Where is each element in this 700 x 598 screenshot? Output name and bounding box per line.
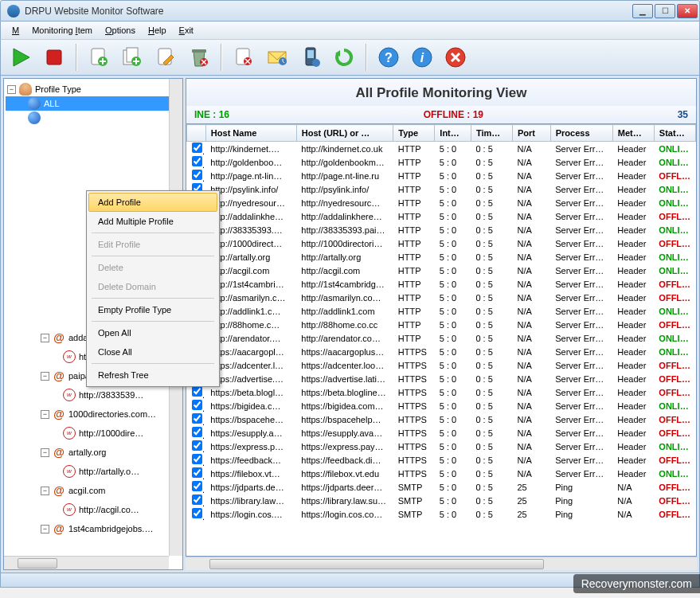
ctx-delete-domain[interactable]: Delete Domain xyxy=(88,277,217,296)
table-row[interactable]: https://beta.blogl… https://beta.bloglin… xyxy=(187,385,696,399)
row-checkbox[interactable] xyxy=(192,467,202,478)
tree-item[interactable]: whttp://3833539… xyxy=(6,385,181,405)
help-button[interactable]: ? xyxy=(373,42,404,72)
add-profile-button[interactable] xyxy=(84,42,114,72)
table-row[interactable]: https://adcenter.l… https://adcenter.loo… xyxy=(187,358,696,372)
table-row[interactable]: http://acgil.com http://acgil.com HTTP 5… xyxy=(187,264,696,277)
col-url[interactable]: Host (URL) or … xyxy=(296,125,393,142)
ctx-edit-profile[interactable]: Edit Profile xyxy=(88,235,217,254)
table-row[interactable]: https://filebox.vt… https://filebox.vt.e… xyxy=(187,467,696,480)
watermark: Recoverymonster.com xyxy=(573,574,700,593)
tree-item[interactable]: whttp://1000dire… xyxy=(6,424,181,443)
tree-item[interactable]: −@acgil.com xyxy=(6,481,181,500)
tree-item[interactable]: −@artally.org xyxy=(6,443,181,462)
table-row[interactable]: http://1st4cambri… http://1st4cambridg… … xyxy=(187,277,696,291)
table-row[interactable]: http://38335393.… http://38335393.pai… H… xyxy=(187,223,696,236)
menu-exit[interactable]: Exit xyxy=(173,23,200,37)
tree-root[interactable]: −Profile Type xyxy=(6,82,181,96)
menu-help[interactable]: Help xyxy=(142,23,173,37)
table-row[interactable]: http://1000direct… http://1000directori…… xyxy=(187,236,696,250)
col-checkbox[interactable] xyxy=(187,125,206,142)
table-row[interactable]: http://addalinkhe… http://addalinkhere… … xyxy=(187,209,696,223)
tree-item[interactable]: whttp://artally.o… xyxy=(6,462,181,481)
col-status[interactable]: Stat… xyxy=(654,125,695,142)
table-row[interactable]: https://advertise.… https://advertise.la… xyxy=(187,372,696,385)
col-timeout[interactable]: Tim… xyxy=(471,125,512,142)
row-checkbox[interactable] xyxy=(192,481,202,491)
ctx-add-profile[interactable]: Add Profile xyxy=(88,193,217,212)
table-row[interactable]: https://esupply.a… https://esupply.ava… … xyxy=(187,426,696,440)
table-row[interactable]: https://express.p… https://express.pay… … xyxy=(187,440,696,453)
refresh-button[interactable] xyxy=(329,42,359,72)
report-button[interactable] xyxy=(229,42,259,72)
row-checkbox[interactable] xyxy=(192,494,202,505)
menu-monitoring[interactable]: M xyxy=(6,23,25,37)
col-host[interactable]: Host Name xyxy=(205,125,296,142)
col-process[interactable]: Process xyxy=(550,125,612,142)
row-checkbox[interactable] xyxy=(192,400,202,410)
row-checkbox[interactable] xyxy=(192,440,202,451)
tree-item[interactable]: −@1st4cambridgejobs.… xyxy=(6,519,181,538)
close-button[interactable]: ✕ xyxy=(677,4,698,18)
menu-monitoring-item[interactable]: Monitoring Item xyxy=(25,23,99,37)
table-row[interactable]: http://kindernet.… http://kindernet.co.u… xyxy=(187,142,696,156)
menu-options[interactable]: Options xyxy=(99,23,142,37)
row-checkbox[interactable] xyxy=(192,454,202,464)
ctx-refresh[interactable]: Refresh Tree xyxy=(88,365,217,385)
mobile-button[interactable] xyxy=(295,42,326,72)
add-multiple-button[interactable] xyxy=(117,42,147,72)
delete-button[interactable] xyxy=(184,42,214,72)
table-row[interactable]: http://arendator.… http://arendator.co… … xyxy=(187,331,696,345)
ctx-close-all[interactable]: Close All xyxy=(88,342,217,362)
row-checkbox[interactable] xyxy=(192,427,202,437)
data-grid[interactable]: Host Name Host (URL) or … Type Int… Tim…… xyxy=(186,123,697,557)
row-checkbox[interactable] xyxy=(192,143,202,153)
table-row[interactable]: http://psylink.info/ http://psylink.info… xyxy=(187,182,696,196)
table-row[interactable]: http://88home.c… http://88home.co.cc HTT… xyxy=(187,318,696,331)
row-checkbox[interactable] xyxy=(192,386,202,397)
grid-h-scrollbar[interactable] xyxy=(186,557,697,570)
ctx-empty[interactable]: Empty Profile Type xyxy=(88,300,217,319)
row-checkbox[interactable] xyxy=(192,508,202,518)
grid-header[interactable]: Host Name Host (URL) or … Type Int… Tim…… xyxy=(187,125,696,142)
about-button[interactable]: i xyxy=(407,42,437,72)
table-row[interactable]: https://bspacehe… https://bspacehelp… HT… xyxy=(187,412,696,426)
row-checkbox[interactable] xyxy=(192,413,202,424)
table-row[interactable]: http://nyedresour… http://nyedresourc… H… xyxy=(187,196,696,209)
table-row[interactable]: https://feedback… https://feedback.di… H… xyxy=(187,453,696,467)
ctx-open-all[interactable]: Open All xyxy=(88,323,217,342)
exit-button[interactable] xyxy=(440,42,471,72)
ctx-add-multiple[interactable]: Add Multiple Profile xyxy=(88,212,217,231)
cell-host: http://kindernet.… xyxy=(205,142,296,156)
tree-all[interactable]: ALL xyxy=(6,96,181,111)
email-button[interactable] xyxy=(262,42,292,72)
table-row[interactable]: http://asmarilyn.c… http://asmarilyn.co…… xyxy=(187,291,696,304)
table-row[interactable]: https://bigidea.c… https://bigidea.com… … xyxy=(187,399,696,412)
col-port[interactable]: Port xyxy=(512,125,550,142)
row-checkbox[interactable] xyxy=(192,156,202,166)
stop-button[interactable] xyxy=(39,42,69,72)
tree-item[interactable]: −@1000directories.com… xyxy=(6,405,181,424)
col-method[interactable]: Met… xyxy=(612,125,654,142)
table-row[interactable]: http://artally.org http://artally.org HT… xyxy=(187,250,696,264)
col-interval[interactable]: Int… xyxy=(435,125,471,142)
tree-http[interactable] xyxy=(6,111,181,125)
table-row[interactable]: http://addlink1.c… http://addlink1.com H… xyxy=(187,304,696,318)
row-checkbox[interactable] xyxy=(192,170,202,180)
col-type[interactable]: Type xyxy=(393,125,435,142)
edit-profile-button[interactable] xyxy=(151,42,181,72)
table-row[interactable]: https://jdparts.de… https://jdparts.deer… xyxy=(187,480,696,494)
table-row[interactable]: https://login.cos.… https://login.cos.co… xyxy=(187,507,696,521)
sidebar-h-scrollbar[interactable] xyxy=(4,556,169,569)
cell-status: ONLI… xyxy=(654,142,695,156)
minimize-button[interactable]: ▁ xyxy=(632,4,653,18)
table-row[interactable]: http://goldenboo… http://goldenbookm… HT… xyxy=(187,155,696,169)
tree-item[interactable]: whttp://acgil.co… xyxy=(6,500,181,519)
table-row[interactable]: http://page.nt-lin… http://page.nt-line.… xyxy=(187,169,696,182)
ctx-delete[interactable]: Delete xyxy=(88,258,217,277)
table-row[interactable]: https://library.law… https://library.law… xyxy=(187,494,696,507)
cell-port: N/A xyxy=(512,264,550,277)
table-row[interactable]: https://aacargopl… https://aacargoplus… … xyxy=(187,345,696,358)
maximize-button[interactable]: ☐ xyxy=(655,4,675,18)
start-button[interactable] xyxy=(6,42,36,72)
